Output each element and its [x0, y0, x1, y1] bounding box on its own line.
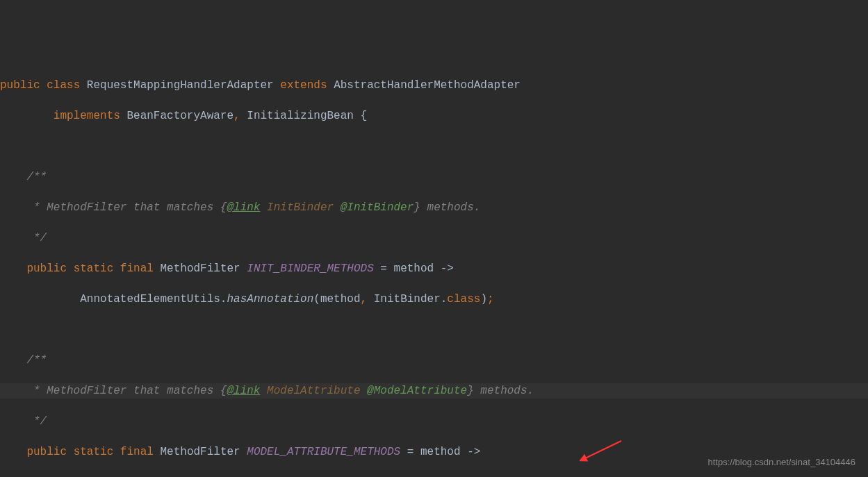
- keyword: extends: [280, 79, 327, 92]
- javadoc-start: /**: [26, 354, 47, 367]
- code-line[interactable]: /**: [0, 169, 868, 185]
- javadoc-link-ref: @InitBinder: [341, 201, 414, 214]
- javadoc-link-ref: @ModelAttribute: [367, 385, 467, 397]
- code-line[interactable]: AnnotatedElementUtils.hasAnnotation(meth…: [0, 292, 868, 307]
- javadoc-text: * MethodFilter that matches {: [26, 385, 227, 397]
- keyword: class: [47, 79, 80, 92]
- punctuation: ,: [361, 293, 368, 306]
- code-line[interactable]: */: [0, 414, 868, 429]
- code-line[interactable]: [0, 139, 868, 154]
- code-line-highlighted[interactable]: * MethodFilter that matches {@link Model…: [0, 383, 868, 399]
- code-line[interactable]: * MethodFilter that matches {@link InitB…: [0, 200, 868, 215]
- keyword: public: [26, 446, 67, 458]
- javadoc-text: [260, 201, 267, 214]
- javadoc-start: /**: [26, 171, 47, 183]
- class-ref: InitBinder: [374, 293, 441, 306]
- static-field: MODEL_ATTRIBUTE_METHODS: [247, 446, 400, 458]
- param: method: [320, 293, 361, 306]
- javadoc-link-type: InitBinder: [267, 201, 334, 214]
- javadoc-text: } methods.: [467, 385, 534, 397]
- code-line[interactable]: public static final MethodFilter INIT_BI…: [0, 261, 868, 276]
- type-name: MethodFilter: [160, 262, 240, 275]
- javadoc-text: * MethodFilter that matches {: [26, 201, 227, 214]
- javadoc-text: } methods.: [413, 201, 480, 214]
- code-line[interactable]: /**: [0, 353, 868, 368]
- code-line[interactable]: implements BeanFactoryAware, Initializin…: [0, 108, 868, 124]
- code-line[interactable]: public class RequestMappingHandlerAdapte…: [0, 78, 868, 93]
- punctuation: ,: [234, 110, 240, 122]
- code-text: = method ->: [374, 262, 454, 275]
- javadoc-link-tag: @link: [227, 201, 260, 214]
- class-ref: AnnotatedElementUtils: [80, 293, 220, 306]
- keyword: implements: [54, 110, 120, 122]
- javadoc-text: [260, 385, 267, 397]
- keyword: class: [447, 293, 480, 306]
- interface-name: InitializingBean: [247, 110, 354, 122]
- interface-name: BeanFactoryAware: [126, 110, 234, 122]
- code-line[interactable]: */: [0, 231, 868, 246]
- javadoc-end: */: [26, 415, 47, 428]
- keyword: public: [26, 262, 67, 275]
- class-name: RequestMappingHandlerAdapter: [87, 79, 274, 92]
- javadoc-text: [334, 201, 341, 214]
- keyword: public: [0, 79, 40, 92]
- code-text: = method ->: [400, 446, 480, 458]
- keyword: static: [74, 262, 114, 275]
- class-name: AbstractHandlerMethodAdapter: [334, 79, 521, 92]
- watermark-text: https://blog.csdn.net/sinat_34104446: [708, 455, 856, 470]
- keyword: final: [120, 262, 154, 275]
- javadoc-link-tag: @link: [227, 385, 260, 397]
- method-call: hasAnnotation: [227, 293, 313, 306]
- javadoc-end: */: [26, 232, 47, 244]
- code-editor[interactable]: public class RequestMappingHandlerAdapte…: [0, 61, 868, 477]
- code-line[interactable]: [0, 322, 868, 337]
- punctuation: ;: [487, 293, 494, 306]
- javadoc-link-type: ModelAttribute: [267, 385, 360, 397]
- keyword: final: [120, 446, 154, 458]
- keyword: static: [74, 446, 114, 458]
- type-name: MethodFilter: [160, 446, 240, 458]
- static-field: INIT_BINDER_METHODS: [247, 262, 373, 275]
- javadoc-text: [361, 385, 368, 397]
